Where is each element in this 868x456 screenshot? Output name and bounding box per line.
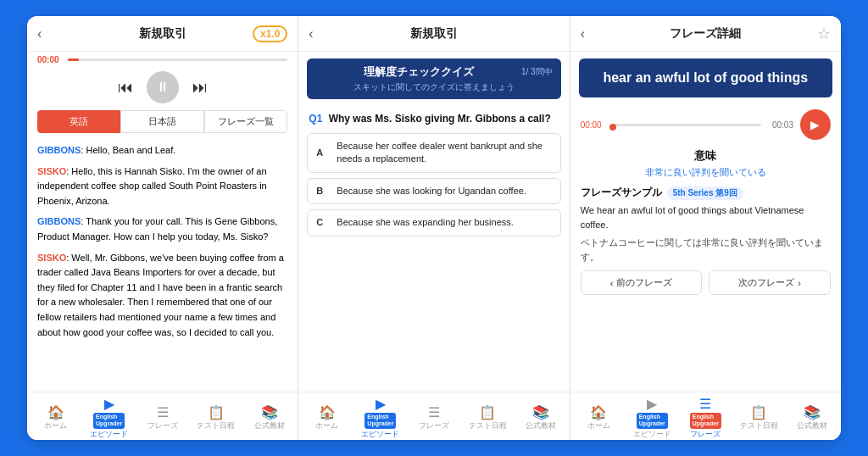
quiz-question: Q1 Why was Ms. Sisko giving Mr. Gibbons …: [298, 106, 569, 133]
panel2-title: 新規取引: [410, 26, 458, 42]
option-a-text: Because her coffee dealer went bankrupt …: [337, 140, 551, 166]
nav-episode-label-p1: エピソード: [90, 430, 128, 438]
phrase-audio-track[interactable]: [613, 124, 761, 126]
episode-label-stack-p3: EnglishUpgrader: [637, 413, 668, 429]
phrase-highlight: hear an awful lot of good things: [579, 58, 832, 97]
nav-material-label-p3: 公式教材: [797, 421, 827, 430]
quiz-counter: 1/ 3問中: [521, 66, 553, 78]
series-badge: 5th Series 第9回: [667, 186, 743, 200]
tab-english[interactable]: 英語: [37, 110, 120, 133]
nav-episode-p1[interactable]: ▶ EnglishUpgrader エピソード: [82, 396, 136, 438]
star-button[interactable]: ☆: [817, 25, 831, 43]
speaker-sisko-1: SISKO: [37, 166, 66, 176]
pause-button[interactable]: ⏸: [147, 71, 179, 103]
panel3-title: フレーズ詳細: [670, 26, 741, 42]
home-icon-p1: 🏠: [47, 404, 64, 420]
nav-material-p2[interactable]: 📚 公式教材: [515, 396, 568, 438]
tab-japanese[interactable]: 日本語: [120, 110, 203, 133]
line-text-2: Hello, this is Hannah Sisko. I'm the own…: [37, 166, 267, 206]
chevron-right-icon: ›: [798, 278, 801, 288]
nav-material-label-p2: 公式教材: [526, 421, 556, 430]
nav-home-label-p2: ホーム: [315, 421, 338, 430]
nav-test-p3[interactable]: 📋 テスト日程: [732, 396, 786, 438]
phrase-icon-p1: ☰: [157, 404, 169, 420]
next-phrase-button[interactable]: 次のフレーズ ›: [709, 270, 831, 295]
sample-section: フレーズサンプル 5th Series 第9回 We hear an awful…: [570, 179, 841, 264]
prev-phrase-button[interactable]: ‹ 前のフレーズ: [581, 270, 703, 295]
quiz-option-a[interactable]: A Because her coffee dealer went bankrup…: [307, 133, 560, 173]
sample-header: フレーズサンプル 5th Series 第9回: [581, 186, 831, 200]
panel-phrase-detail: ‹ フレーズ詳細 ☆ hear an awful lot of good thi…: [570, 16, 841, 440]
sample-ja: ベトナムコーヒーに関しては非常に良い評判を聞いています。: [581, 236, 831, 264]
quiz-question-text: Why was Ms. Sisko giving Mr. Gibbons a c…: [329, 113, 551, 125]
bottom-nav-p2: 🏠 ホーム ▶ EnglishUpgrader エピソード ☰ フレーズ 📋 テ…: [298, 392, 569, 440]
upgrader-badge-ep-p3: EnglishUpgrader: [637, 413, 668, 429]
phrase-time-end: 00:03: [768, 120, 793, 130]
panel1-title: 新規取引: [139, 26, 186, 42]
upgrader-badge-p2: EnglishUpgrader: [364, 413, 396, 429]
material-icon-p3: 📚: [804, 404, 821, 420]
phrase-audio-row: 00:00 00:03 ▶: [570, 104, 841, 145]
nav-episode-label-p3: エピソード: [633, 430, 671, 438]
back-button-p2[interactable]: ‹: [309, 26, 313, 42]
phrase-icon-p3: ☰: [699, 396, 711, 412]
tab-phrase-list[interactable]: フレーズ一覧: [204, 110, 287, 133]
progress-track[interactable]: [68, 58, 287, 61]
speed-badge[interactable]: x1.0: [253, 25, 287, 42]
quiz-option-c[interactable]: C Because she was expanding her business…: [307, 209, 560, 236]
bottom-nav-p1: 🏠 ホーム ▶ EnglishUpgrader エピソード ☰ フレーズ 📋 テ…: [27, 392, 298, 440]
nav-phrase-label-p2: フレーズ: [419, 421, 449, 430]
nav-phrase-p1[interactable]: ☰ フレーズ: [136, 396, 189, 438]
speaker-gibbons-1: GIBBONS: [37, 145, 81, 155]
skip-back-button[interactable]: ⏮: [118, 79, 133, 97]
bottom-nav-p3: 🏠 ホーム ▶ EnglishUpgrader エピソード ☰ EnglishU…: [570, 392, 841, 440]
nav-home-p2[interactable]: 🏠 ホーム: [300, 396, 353, 438]
nav-material-label-p1: 公式教材: [254, 421, 285, 430]
line-4: SISKO: Well, Mr. Gibbons, we've been buy…: [37, 251, 287, 341]
back-button-p1[interactable]: ‹: [37, 26, 42, 42]
home-icon-p2: 🏠: [319, 404, 336, 420]
speaker-sisko-2: SISKO: [37, 253, 66, 263]
phrase-label-stack-p3: EnglishUpgrader: [690, 413, 721, 429]
episode-label-stack-p1: EnglishUpgrader: [93, 413, 125, 429]
nav-test-p2[interactable]: 📋 テスト日程: [461, 396, 515, 438]
episode-icon-p1: ▶: [104, 396, 114, 412]
nav-episode-p3[interactable]: ▶ EnglishUpgrader エピソード: [626, 396, 679, 438]
option-a-letter: A: [316, 147, 328, 159]
nav-test-label-p3: テスト日程: [740, 421, 778, 430]
nav-material-p3[interactable]: 📚 公式教材: [786, 396, 839, 438]
back-button-p3[interactable]: ‹: [581, 26, 585, 42]
episode-label-stack-p2: EnglishUpgrader: [364, 413, 396, 429]
test-icon-p3: 📋: [750, 404, 767, 420]
time-start: 00:00: [37, 55, 64, 64]
nav-home-p3[interactable]: 🏠 ホーム: [572, 396, 626, 438]
phrase-play-button[interactable]: ▶: [800, 109, 831, 140]
upgrader-badge-ph-p3: EnglishUpgrader: [690, 413, 721, 429]
nav-material-p1[interactable]: 📚 公式教材: [242, 396, 296, 438]
phrase-time-start: 00:00: [581, 120, 606, 130]
meaning-text: 非常に良い評判を聞いている: [581, 166, 831, 179]
option-c-letter: C: [316, 216, 328, 229]
nav-home-label-p1: ホーム: [44, 421, 67, 430]
nav-phrase-p2[interactable]: ☰ フレーズ: [407, 396, 460, 438]
skip-forward-button[interactable]: ⏭: [192, 79, 208, 97]
nav-episode-p2[interactable]: ▶ EnglishUpgrader エピソード: [353, 396, 407, 438]
nav-test-p1[interactable]: 📋 テスト日程: [189, 396, 242, 438]
sample-label: フレーズサンプル: [581, 186, 662, 200]
material-icon-p1: 📚: [261, 404, 278, 420]
sample-en: We hear an awful lot of good things abou…: [581, 203, 831, 231]
chevron-left-icon: ‹: [610, 278, 614, 288]
tab-row: 英語 日本語 フレーズ一覧: [27, 110, 298, 140]
test-icon-p1: 📋: [208, 404, 225, 420]
nav-home-p1[interactable]: 🏠 ホーム: [29, 396, 82, 438]
episode-icon-p3: ▶: [647, 396, 657, 412]
nav-home-label-p3: ホーム: [587, 421, 610, 430]
option-b-letter: B: [316, 185, 328, 197]
nav-phrase-p3[interactable]: ☰ EnglishUpgrader フレーズ: [679, 396, 732, 438]
meaning-label: 意味: [581, 148, 831, 164]
panel2-header: ‹ 新規取引: [298, 16, 569, 52]
line-text-4: Well, Mr. Gibbons, we've been buying cof…: [37, 253, 284, 337]
quiz-option-b[interactable]: B Because she was looking for Ugandan co…: [307, 178, 560, 204]
episode-icon-p2: ▶: [376, 396, 386, 412]
panel-quiz: ‹ 新規取引 1/ 3問中 理解度チェッククイズ スキットに関してのクイズに答え…: [298, 16, 570, 440]
